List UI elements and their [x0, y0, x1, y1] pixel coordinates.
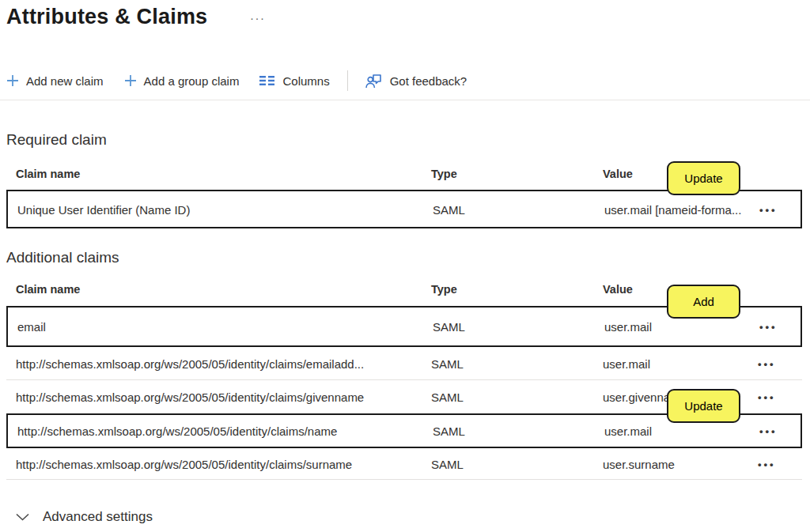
add-group-claim-button[interactable]: Add a group claim [124, 74, 240, 88]
claim-name-cell: http://schemas.xmlsoap.org/ws/2005/05/id… [17, 424, 337, 438]
claim-type-cell: SAML [431, 391, 464, 404]
columns-label: Columns [282, 74, 329, 88]
row-context-menu-button[interactable]: ••• [756, 319, 781, 334]
table-row-emailaddress[interactable]: http://schemas.xmlsoap.org/ws/2005/05/id… [6, 347, 802, 380]
chevron-down-icon [16, 513, 29, 521]
page-title: Attributes & Claims [6, 5, 207, 29]
additional-col-claim-name: Claim name [16, 283, 80, 296]
annotation-update-required-claim: Update [667, 161, 740, 195]
required-claim-heading: Required claim [6, 131, 107, 149]
claim-value-cell: user.mail [nameid-forma... [604, 202, 741, 216]
additional-col-value: Value [603, 283, 633, 296]
claim-type-cell: SAML [431, 357, 464, 370]
annotation-add-email-claim: Add [667, 285, 740, 319]
claim-value-cell: user.mail [604, 424, 652, 438]
columns-button[interactable]: Columns [259, 74, 329, 88]
claim-name-cell: http://schemas.xmlsoap.org/ws/2005/05/id… [16, 457, 352, 470]
claim-type-cell: SAML [431, 457, 464, 470]
claim-type-cell: SAML [433, 320, 465, 334]
columns-icon [259, 75, 275, 86]
advanced-settings-toggle[interactable]: Advanced settings [16, 509, 153, 525]
toolbar-separator [0, 100, 810, 100]
toolbar-divider [347, 70, 348, 91]
row-context-menu-button[interactable]: ••• [755, 356, 779, 371]
claim-name-cell: http://schemas.xmlsoap.org/ws/2005/05/id… [16, 391, 364, 404]
claim-value-cell: user.mail [604, 320, 652, 334]
additional-col-type: Type [431, 283, 457, 296]
claim-value-cell: user.mail [603, 357, 650, 370]
add-new-claim-label: Add new claim [26, 74, 104, 88]
claim-name-cell: Unique User Identifier (Name ID) [17, 202, 190, 216]
plus-icon [124, 74, 137, 87]
advanced-settings-label: Advanced settings [43, 509, 153, 525]
table-row-surname[interactable]: http://schemas.xmlsoap.org/ws/2005/05/id… [6, 448, 802, 480]
row-context-menu-button[interactable]: ••• [755, 390, 779, 405]
row-context-menu-button[interactable]: ••• [755, 456, 779, 471]
claim-type-cell: SAML [433, 424, 465, 438]
feedback-icon [365, 73, 383, 89]
row-context-menu-button[interactable]: ••• [756, 424, 781, 439]
annotation-update-name-claim: Update [667, 389, 740, 423]
title-more-menu[interactable]: ··· [250, 11, 266, 25]
got-feedback-label: Got feedback? [390, 74, 467, 88]
claim-type-cell: SAML [433, 202, 465, 216]
required-col-value: Value [603, 168, 633, 180]
add-new-claim-button[interactable]: Add new claim [6, 74, 104, 88]
add-group-claim-label: Add a group claim [144, 74, 240, 88]
claim-name-cell: http://schemas.xmlsoap.org/ws/2005/05/id… [16, 357, 364, 370]
additional-claims-heading: Additional claims [6, 249, 119, 266]
table-row-unique-user-identifier[interactable]: Unique User Identifier (Name ID) SAML us… [6, 190, 802, 228]
required-col-type: Type [431, 168, 457, 180]
row-context-menu-button[interactable]: ••• [756, 202, 781, 217]
required-col-claim-name: Claim name [16, 168, 80, 180]
claim-value-cell: user.surname [603, 457, 675, 470]
got-feedback-button[interactable]: Got feedback? [365, 73, 467, 89]
plus-icon [6, 74, 19, 87]
claim-name-cell: email [17, 320, 46, 334]
toolbar: Add new claim Add a group claim Columns [6, 68, 467, 93]
